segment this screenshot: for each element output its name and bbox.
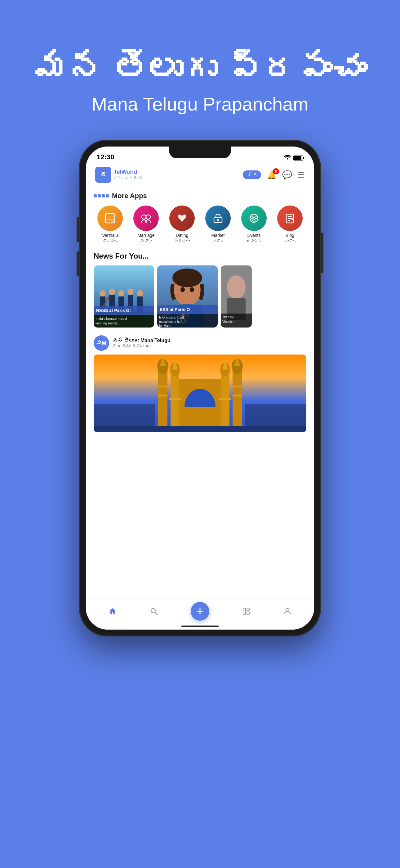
post-author: మన తెలుగు Mana Telugu [113, 338, 170, 343]
chat-icon[interactable]: 💬 [282, 170, 292, 180]
side-button-right [321, 233, 324, 273]
svg-rect-84 [94, 404, 155, 426]
news-card-1[interactable]: RESS at Paris Ol India's bronze-medal wi… [94, 266, 154, 328]
side-button-left [76, 217, 79, 242]
app-market[interactable]: Market బజార్ [202, 206, 234, 243]
svg-point-13 [255, 216, 257, 219]
svg-point-44 [190, 287, 194, 292]
svg-rect-91 [247, 608, 249, 611]
phone-screen: 12:30 తె [86, 147, 314, 629]
events-label-te: ఈవెంట్స్ [246, 239, 262, 243]
svg-point-10 [217, 219, 219, 221]
svg-point-33 [137, 290, 143, 297]
marriage-label-en: Marriage [137, 233, 155, 238]
bottom-nav [86, 598, 314, 629]
svg-rect-79 [233, 395, 242, 397]
news-section: News For You... [86, 246, 314, 331]
blog-label-en: Blog [286, 233, 294, 238]
nav-home[interactable] [108, 607, 117, 616]
events-label-en: Events [247, 233, 261, 238]
news-card-3[interactable]: Tried ev... Vinesh, n [221, 266, 252, 328]
app-dating[interactable]: Dating పరిచయం [166, 206, 198, 243]
svg-rect-85 [245, 404, 306, 426]
svg-line-87 [155, 612, 157, 615]
svg-rect-73 [233, 367, 242, 432]
dating-icon [169, 206, 195, 231]
svg-text:for Manu: for Manu [159, 324, 171, 328]
phone-wrapper: 12:30 తె [79, 140, 321, 637]
post-card: మM మన తెలుగు Mana Telugu 2 m. # Art & Cu… [86, 331, 314, 437]
marriage-label-te: వివాహం [140, 239, 152, 243]
hero-title: మన తెలుగు ప్రపంచం [33, 50, 367, 87]
svg-text:Vinesh, n: Vinesh, n [222, 320, 235, 323]
svg-rect-6 [111, 219, 114, 222]
logo-name-te: టెల్ వరల్డ్ [114, 176, 143, 181]
app-navbar: తె TelWorld టెల్ వరల్డ్ క A 🔔 5 [86, 164, 314, 186]
post-avatar: మM [94, 335, 109, 351]
app-blog[interactable]: Blog బ్లాగు [273, 206, 306, 243]
svg-text:RESS at Paris Ol: RESS at Paris Ol [96, 308, 131, 313]
svg-rect-92 [247, 612, 249, 614]
battery-icon [293, 156, 303, 160]
svg-point-42 [172, 269, 202, 287]
events-icon [241, 206, 267, 231]
more-apps-section: More Apps Varthalu [86, 186, 314, 246]
svg-point-93 [286, 609, 289, 612]
blog-label-te: బ్లాగు [284, 239, 296, 243]
screen-content: 12:30 తె [86, 147, 314, 629]
svg-rect-81 [219, 398, 231, 400]
svg-rect-77 [158, 395, 167, 397]
svg-rect-67 [171, 370, 179, 432]
svg-rect-80 [169, 398, 181, 400]
market-icon [205, 206, 231, 231]
svg-rect-78 [233, 385, 242, 387]
bell-wrapper[interactable]: 🔔 5 [267, 170, 276, 180]
svg-point-31 [128, 289, 134, 295]
menu-icon[interactable]: ☰ [298, 170, 305, 180]
news-card-2[interactable]: INDIA ESS at Paris O Is Olympics: Third [157, 266, 218, 328]
wifi-icon [284, 155, 291, 161]
lang-toggle[interactable]: క A [243, 170, 261, 179]
blog-icon [277, 206, 303, 231]
svg-point-7 [142, 215, 146, 219]
svg-rect-90 [243, 608, 245, 614]
svg-text:Is Olympics: Third: Is Olympics: Third [159, 316, 184, 319]
dating-label-te: పరిచయం [174, 239, 190, 243]
svg-text:ESS at Paris O: ESS at Paris O [160, 307, 190, 312]
nav-search[interactable] [149, 607, 158, 616]
logo-icon: తె [95, 167, 111, 183]
nav-right-icons: క A 🔔 5 💬 ☰ [243, 170, 305, 180]
varthalu-label-en: Varthalu [102, 233, 118, 238]
varthalu-label-te: వార్తలు [102, 239, 118, 243]
news-cards: RESS at Paris Ol India's bronze-medal wi… [94, 266, 306, 328]
marriage-icon [133, 206, 159, 231]
nav-add[interactable] [191, 602, 209, 621]
svg-text:India's bronze-medal: India's bronze-medal [96, 317, 127, 320]
varthalu-icon [97, 206, 123, 231]
nav-profile[interactable] [283, 607, 292, 616]
nav-grid[interactable] [242, 607, 251, 616]
svg-point-55 [227, 275, 245, 299]
hero-subtitle: Mana Telugu Prapancham [33, 93, 367, 115]
status-icons [284, 155, 303, 161]
side-button-left2 [76, 251, 79, 276]
app-varthalu[interactable]: Varthalu వార్తలు [94, 206, 127, 243]
svg-point-43 [180, 287, 185, 292]
app-marriage[interactable]: Marriage వివాహం [130, 206, 163, 243]
svg-text:winning men&...: winning men&... [95, 321, 120, 325]
svg-text:medal not to be: medal not to be [159, 320, 180, 323]
app-logo[interactable]: తె TelWorld టెల్ వరల్డ్ [95, 167, 143, 183]
home-indicator [181, 625, 219, 627]
dating-label-en: Dating [176, 233, 188, 238]
svg-point-12 [251, 216, 253, 219]
apps-grid: Varthalu వార్తలు Marriage [94, 206, 306, 243]
svg-text:Tried ev...: Tried ev... [222, 315, 236, 319]
app-events[interactable]: Events ఈవెంట్స్ [237, 206, 270, 243]
post-image [94, 354, 306, 432]
section-bars [94, 194, 109, 197]
post-info: 2 m. # Art & Culture [113, 343, 170, 348]
hero-section: మన తెలుగు ప్రపంచం Mana Telugu Prapancham [33, 0, 367, 115]
more-apps-title: More Apps [112, 192, 147, 200]
bell-badge: 5 [273, 168, 279, 175]
svg-rect-83 [94, 426, 306, 432]
